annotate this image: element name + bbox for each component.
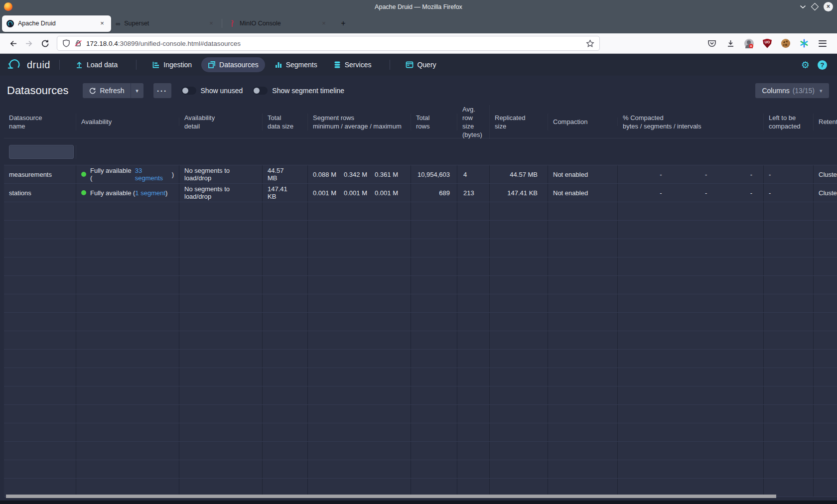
url-text: 172.18.0.4:30899/unified-console.html#da… <box>86 40 582 47</box>
settings-gear-icon[interactable]: ⚙ <box>801 60 810 70</box>
cell-total-rows: 689 <box>411 184 457 202</box>
nav-item-segments[interactable]: Segments <box>268 57 324 72</box>
stacked-squares-icon <box>208 61 216 69</box>
cell-segment-rows: 0.088 M0.342 M0.361 M <box>308 165 411 183</box>
table-row-measurements[interactable]: measurements Fully available (33 segment… <box>4 165 837 184</box>
column-header-availability-detail[interactable]: Availabilitydetail <box>179 114 263 130</box>
asterisk-extension-icon[interactable] <box>797 36 812 51</box>
column-header-avg-row-size[interactable]: Avg. row size(bytes) <box>457 105 490 139</box>
column-header-total-rows[interactable]: Totalrows <box>411 114 457 130</box>
column-header-replicated-size[interactable]: Replicatedsize <box>490 114 548 130</box>
column-header-availability[interactable]: Availability <box>76 118 179 126</box>
hamburger-icon <box>819 40 827 47</box>
show-segment-timeline-toggle[interactable] <box>253 87 268 95</box>
window-maximize-button[interactable] <box>811 3 819 11</box>
nav-item-load-data[interactable]: Load data <box>69 57 124 72</box>
ublock-origin-icon[interactable]: UO <box>760 36 775 51</box>
datasource-name-filter-input[interactable] <box>9 145 74 159</box>
show-segment-timeline-label: Show segment timeline <box>272 87 344 95</box>
chevron-down-icon: ▾ <box>820 88 823 94</box>
minio-favicon-icon <box>228 20 236 27</box>
window-minimize-button[interactable] <box>800 5 806 9</box>
back-button[interactable] <box>5 36 21 51</box>
account-extension-icon[interactable]: × <box>741 36 756 51</box>
column-header-pct-compacted[interactable]: % Compactedbytes / segments / intervals <box>618 114 764 130</box>
tab-superset[interactable]: ∞ Superset × <box>111 15 220 32</box>
cell-availability-detail: No segments to load/drop <box>179 184 263 202</box>
insecure-lock-icon[interactable] <box>74 39 82 47</box>
tab-bar: Apache Druid × ∞ Superset × MinIO Consol… <box>0 13 837 33</box>
database-icon <box>333 61 341 69</box>
cookie-icon <box>781 39 790 48</box>
tab-minio-console[interactable]: MinIO Console × <box>224 15 333 32</box>
superset-favicon-icon: ∞ <box>116 20 120 27</box>
column-header-left-to-be-compacted[interactable]: Left to becompacted <box>764 114 814 130</box>
table-row-empty <box>4 405 837 423</box>
tracking-shield-icon[interactable] <box>62 39 70 47</box>
cell-datasource-name: stations <box>4 184 76 202</box>
druid-nav-bar: druid Load data Ingestion Datasources Se… <box>0 54 837 76</box>
more-actions-button[interactable]: ··· <box>153 83 171 98</box>
columns-button[interactable]: Columns (13/15) ▾ <box>755 83 829 98</box>
gantt-chart-icon <box>152 61 160 69</box>
column-header-datasource-name[interactable]: Datasourcename <box>4 114 76 130</box>
cell-retention: Cluster default: P2W <box>814 165 837 183</box>
new-tab-button[interactable]: + <box>337 17 350 30</box>
page-title: Datasources <box>7 84 69 97</box>
show-unused-label: Show unused <box>201 87 243 95</box>
table-header-row: Datasourcename Availability Availability… <box>4 106 837 138</box>
segments-count-link[interactable]: 1 segment <box>135 189 165 197</box>
shield-icon: UO <box>763 39 772 48</box>
tab-close-icon[interactable]: × <box>207 19 216 28</box>
druid-logo[interactable]: druid <box>7 58 50 72</box>
cell-replicated-size: 147.41 KB <box>490 184 548 202</box>
url-host: 172.18.0.4 <box>86 40 118 47</box>
show-unused-toggle[interactable] <box>181 87 196 95</box>
column-header-compaction[interactable]: Compaction <box>548 118 618 126</box>
forward-button[interactable] <box>21 36 37 51</box>
cell-availability: Fully available (33 segments) <box>76 165 179 183</box>
nav-item-ingestion[interactable]: Ingestion <box>145 57 198 72</box>
cookie-extension-icon[interactable] <box>778 36 793 51</box>
console-icon <box>406 61 414 69</box>
nav-item-query[interactable]: Query <box>399 57 442 72</box>
cell-compaction: Not enabled <box>548 184 618 202</box>
datasources-table: Datasourcename Availability Availability… <box>4 106 837 497</box>
nav-divider <box>136 60 137 70</box>
menu-hamburger-icon[interactable] <box>815 36 830 51</box>
help-icon[interactable]: ? <box>818 60 827 70</box>
cell-avg-row-size: 4 <box>457 165 490 183</box>
downloads-icon[interactable] <box>723 36 738 51</box>
url-bar[interactable]: 172.18.0.4:30899/unified-console.html#da… <box>57 36 600 51</box>
bookmark-star-icon[interactable] <box>586 39 594 48</box>
window-close-button[interactable]: × <box>824 2 833 11</box>
horizontal-scrollbar[interactable] <box>6 495 776 498</box>
cell-datasource-name: measurements <box>4 165 76 183</box>
tab-apache-druid[interactable]: Apache Druid × <box>2 15 111 32</box>
column-header-retention[interactable]: Retention <box>814 118 837 126</box>
cell-pct-compacted: --- <box>618 165 764 183</box>
reload-button[interactable] <box>37 36 53 51</box>
cell-total-data-size: 44.57 MB <box>263 165 308 183</box>
nav-item-datasources[interactable]: Datasources <box>201 57 265 72</box>
column-header-total-data-size[interactable]: Totaldata size <box>263 114 308 130</box>
table-row-empty <box>4 221 837 239</box>
toggle-knob <box>254 88 260 94</box>
table-row-stations[interactable]: stations Fully available (1 segment) No … <box>4 184 837 202</box>
refresh-button[interactable]: Refresh <box>83 83 131 98</box>
nav-item-services[interactable]: Services <box>327 57 378 72</box>
tab-separator <box>222 19 222 28</box>
tab-close-icon[interactable]: × <box>319 19 328 28</box>
tab-label: Superset <box>124 20 203 27</box>
druid-favicon-icon <box>6 20 14 27</box>
segments-count-link[interactable]: 33 segments <box>135 167 172 182</box>
nav-divider <box>59 60 60 70</box>
refresh-dropdown-button[interactable]: ▾ <box>131 83 143 98</box>
available-dot-icon <box>81 190 86 195</box>
browser-toolbar: 172.18.0.4:30899/unified-console.html#da… <box>0 33 837 54</box>
tab-close-icon[interactable]: × <box>98 19 107 28</box>
table-row-empty <box>4 276 837 294</box>
available-dot-icon <box>81 172 86 177</box>
pocket-icon[interactable] <box>704 36 719 51</box>
column-header-segment-rows[interactable]: Segment rowsminimum / average / maximum <box>308 114 411 130</box>
